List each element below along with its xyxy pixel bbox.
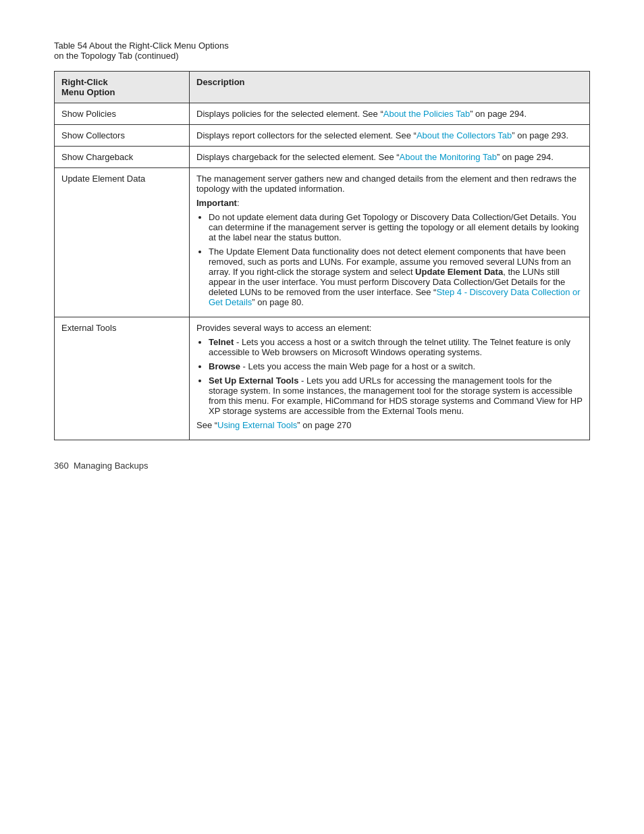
option-show-collectors: Show Collectors: [55, 125, 190, 147]
page-footer: 360 Managing Backups: [54, 461, 590, 471]
desc-update-element-data: The management server gathers new and ch…: [190, 168, 590, 317]
bullet-item: Browse - Lets you access the main Web pa…: [209, 361, 583, 371]
external-intro: Provides several ways to access an eleme…: [196, 323, 583, 333]
bullet-item: Do not update element data during Get To…: [209, 212, 583, 242]
table-row: Show Chargeback Displays chargeback for …: [55, 147, 590, 168]
option-show-policies: Show Policies: [55, 103, 190, 125]
table-row: Show Policies Displays policies for the …: [55, 103, 590, 125]
section-label: Managing Backups: [74, 461, 149, 471]
page-number: 360: [54, 461, 69, 471]
table-caption: Table 54 About the Right-Click Menu Opti…: [54, 41, 590, 61]
update-bullets: Do not update element data during Get To…: [196, 212, 583, 307]
step4-link[interactable]: Step 4 - Discovery Data Collection or Ge…: [209, 287, 581, 307]
table-label: Table 54: [54, 41, 87, 51]
table-header-row: Right-ClickMenu Option Description: [55, 72, 590, 103]
table-row: External Tools Provides several ways to …: [55, 317, 590, 440]
external-bullets: Telnet - Lets you access a host or a swi…: [196, 337, 583, 416]
bullet-item: The Update Element Data functionality do…: [209, 246, 583, 307]
desc-external-tools: Provides several ways to access an eleme…: [190, 317, 590, 440]
desc-show-collectors: Displays report collectors for the selec…: [190, 125, 590, 147]
table-row: Update Element Data The management serve…: [55, 168, 590, 317]
header-description: Description: [190, 72, 590, 103]
bullet-item: Telnet - Lets you access a host or a swi…: [209, 337, 583, 357]
monitoring-tab-link[interactable]: About the Monitoring Tab: [400, 152, 497, 162]
option-show-chargeback: Show Chargeback: [55, 147, 190, 168]
using-external-tools-link[interactable]: Using External Tools: [217, 420, 297, 430]
update-intro: The management server gathers new and ch…: [196, 174, 583, 194]
option-update-element-data: Update Element Data: [55, 168, 190, 317]
policies-tab-link[interactable]: About the Policies Tab: [383, 109, 470, 119]
collectors-tab-link[interactable]: About the Collectors Tab: [417, 130, 512, 140]
desc-show-chargeback: Displays chargeback for the selected ele…: [190, 147, 590, 168]
bullet-item: Set Up External Tools - Lets you add URL…: [209, 375, 583, 416]
desc-show-policies: Displays policies for the selected eleme…: [190, 103, 590, 125]
external-see: See “Using External Tools” on page 270: [196, 420, 583, 430]
header-option: Right-ClickMenu Option: [55, 72, 190, 103]
caption-line1: About the Right-Click Menu Options: [87, 41, 229, 51]
option-external-tools: External Tools: [55, 317, 190, 440]
main-table: Right-ClickMenu Option Description Show …: [54, 71, 590, 440]
table-row: Show Collectors Displays report collecto…: [55, 125, 590, 147]
caption-line2: on the Topology Tab (continued): [54, 51, 179, 61]
update-important: Important:: [196, 198, 583, 208]
